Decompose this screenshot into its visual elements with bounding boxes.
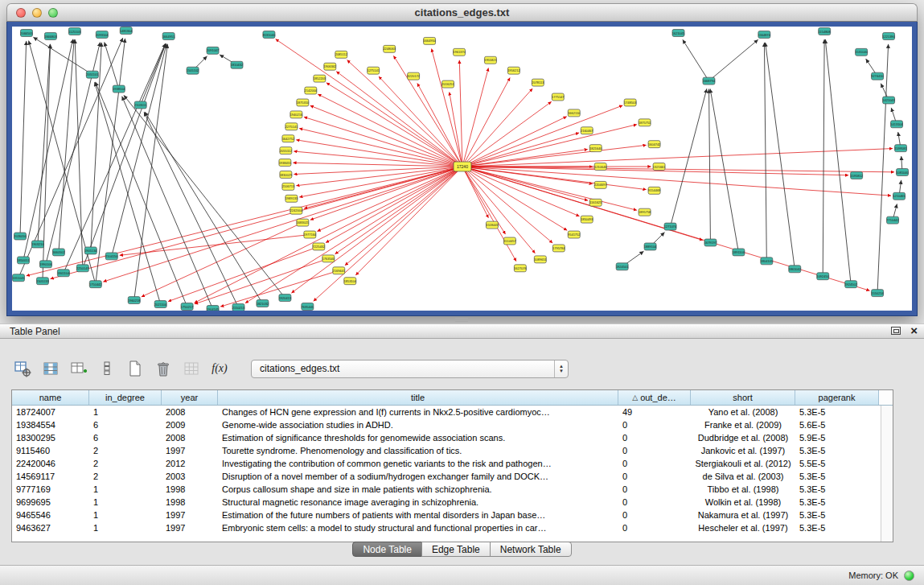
graph-node[interactable]: 2016251: [441, 80, 454, 88]
graph-node[interactable]: 2104150: [105, 253, 118, 260]
graph-node[interactable]: 1920413: [279, 295, 292, 302]
graph-node[interactable]: 2242004: [290, 207, 303, 214]
graph-node[interactable]: 1748503: [624, 99, 637, 106]
graph-node[interactable]: 2204697: [594, 181, 606, 188]
add-column-icon[interactable]: [69, 359, 88, 378]
graph-node[interactable]: 2106713: [282, 183, 295, 190]
graph-node[interactable]: 2250147: [76, 265, 88, 272]
graph-node[interactable]: 1903210: [31, 241, 44, 248]
graph-node[interactable]: 1804105: [761, 257, 774, 265]
graph-node[interactable]: 1642752: [282, 135, 294, 142]
graph-node[interactable]: 2142004: [305, 87, 318, 94]
graph-node[interactable]: 1518445: [486, 221, 499, 229]
graph-node[interactable]: 1904145: [207, 306, 220, 311]
graph-node[interactable]: 2160467: [581, 127, 593, 134]
graph-node[interactable]: 7635441: [302, 303, 314, 311]
graph-node[interactable]: 8131040: [263, 31, 276, 38]
graph-node[interactable]: 2055112: [280, 147, 292, 154]
table-row[interactable]: 1938455462009Genome-wide association stu…: [12, 418, 881, 431]
graph-node[interactable]: 1795784: [552, 245, 565, 252]
graph-node[interactable]: 1850051: [17, 257, 30, 264]
table-source-dropdown[interactable]: citations_edges.txt ▲ ▼: [251, 360, 569, 378]
graph-node[interactable]: 1875751: [639, 119, 651, 126]
graph-node[interactable]: 1961370: [453, 48, 466, 56]
graph-node[interactable]: 1763540: [322, 255, 335, 262]
graph-node[interactable]: 2051101: [86, 71, 99, 78]
graph-node[interactable]: 1775147: [552, 93, 564, 101]
graph-node[interactable]: 7225432: [313, 243, 325, 250]
graph-node[interactable]: 1852203: [314, 75, 326, 82]
graph-node[interactable]: 1750442: [89, 281, 101, 288]
graph-node[interactable]: 2169441: [333, 267, 346, 274]
new-table-icon[interactable]: [125, 359, 145, 378]
graph-node[interactable]: 1940216: [290, 111, 303, 118]
table-settings-icon[interactable]: [13, 359, 32, 378]
graph-node[interactable]: 2150213: [232, 304, 245, 311]
table-row[interactable]: 911546021997Tourette syndrome. Phenomeno…: [12, 444, 881, 457]
tab-network-table[interactable]: Network Table: [490, 542, 572, 557]
graph-node[interactable]: 1210646: [594, 163, 607, 171]
graph-node[interactable]: 1906342: [324, 63, 336, 70]
graph-node[interactable]: 1271074: [664, 223, 677, 230]
graph-node[interactable]: 1956212: [507, 67, 519, 74]
graph-node[interactable]: 1821640: [589, 145, 602, 152]
network-graph[interactable]: 1724020851121906342185220321420041875310…: [12, 27, 912, 311]
graph-node[interactable]: 1275141: [367, 67, 380, 74]
graph-node[interactable]: 1505133: [36, 278, 49, 285]
graph-node[interactable]: 1924502: [844, 281, 856, 288]
graph-node[interactable]: 1505102: [187, 67, 199, 74]
graph-node[interactable]: 1531040: [855, 48, 868, 56]
minimize-button[interactable]: [32, 8, 42, 18]
table-row[interactable]: 2242004622012Investigating the contribut…: [12, 457, 881, 470]
graph-node[interactable]: 7710442: [886, 216, 898, 224]
graph-node[interactable]: 2066505: [20, 29, 33, 36]
graph-node[interactable]: 1599581: [894, 145, 907, 152]
graph-node[interactable]: 3220172: [407, 72, 419, 80]
graph-node[interactable]: 2248063: [383, 45, 396, 52]
graph-node[interactable]: 1924501: [616, 263, 629, 270]
column-header-pagerank[interactable]: pagerank: [795, 390, 879, 405]
graph-node[interactable]: 2078113: [532, 79, 544, 86]
graph-node[interactable]: 1850493: [581, 216, 593, 223]
graph-node[interactable]: 1821032: [257, 300, 269, 307]
column-header-in_degree[interactable]: in_degree: [89, 390, 162, 405]
graph-node[interactable]: 1891104: [733, 249, 745, 256]
graph-node[interactable]: 1977164: [304, 231, 317, 238]
graph-node[interactable]: 1089651: [534, 256, 547, 263]
graph-node[interactable]: 1221390: [882, 32, 895, 39]
graph-node[interactable]: 9541752: [568, 231, 580, 238]
graph-node[interactable]: 1662110: [568, 109, 581, 117]
select-columns-icon[interactable]: [41, 359, 60, 378]
table-row[interactable]: 1456911722003Disruption of a novel membe…: [12, 470, 881, 483]
table-row[interactable]: 977716911998Corpus callosum shape and si…: [12, 483, 881, 496]
graph-node[interactable]: 1846803: [44, 32, 57, 39]
graph-node[interactable]: 1905134: [84, 247, 97, 254]
graph-node[interactable]: 1853104: [344, 278, 357, 285]
graph-node[interactable]: 1679197: [704, 239, 717, 246]
graph-node[interactable]: 1830029: [280, 171, 293, 178]
table-scrollbar[interactable]: [881, 406, 893, 542]
graph-node[interactable]: 1889104: [644, 243, 657, 250]
graph-node[interactable]: 1604742: [648, 141, 660, 148]
graph-node[interactable]: 1210465: [893, 192, 906, 200]
graph-node[interactable]: 1664950: [423, 37, 436, 44]
close-button[interactable]: [16, 8, 26, 18]
table-row[interactable]: 946362711997Embryonic stem cells: a mode…: [12, 521, 881, 534]
graph-node[interactable]: 1955821: [484, 56, 497, 64]
graph-node[interactable]: 2093104: [96, 31, 109, 38]
graph-node[interactable]: 1550214: [871, 290, 884, 297]
graph-node[interactable]: 1481304: [120, 27, 133, 34]
delete-table-icon[interactable]: [154, 359, 173, 378]
graph-node[interactable]: 17240: [454, 162, 471, 171]
graph-node[interactable]: 1125103: [68, 27, 81, 35]
graph-node[interactable]: 1875310: [297, 99, 310, 106]
graph-node[interactable]: 1161625: [589, 199, 602, 206]
graph-node[interactable]: 1990106: [39, 261, 52, 268]
graph-node[interactable]: 9274410: [871, 72, 884, 80]
graph-node[interactable]: 1810432: [231, 61, 243, 68]
graph-node[interactable]: 1311041: [12, 274, 25, 282]
graph-node[interactable]: 1081040: [896, 169, 909, 176]
graph-node[interactable]: 1668794: [703, 77, 716, 84]
graph-node[interactable]: 1861042: [789, 266, 801, 273]
graph-node[interactable]: 2085112: [335, 51, 347, 58]
